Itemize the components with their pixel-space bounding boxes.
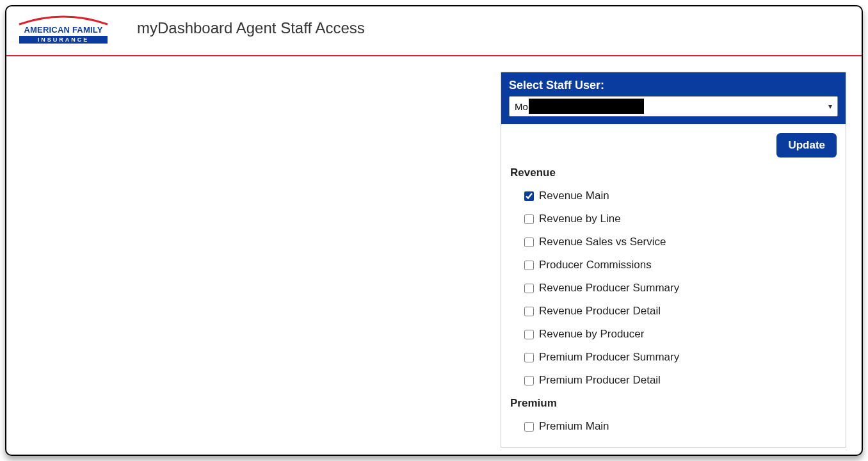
panel-body: Update RevenueRevenue MainRevenue by Lin…: [501, 124, 846, 447]
permission-label: Premium Main: [539, 420, 609, 433]
permission-item[interactable]: Revenue Producer Summary: [510, 277, 837, 300]
permission-checkbox[interactable]: [524, 330, 534, 339]
section-title: Premium: [510, 397, 837, 410]
page-title: myDashboard Agent Staff Access: [137, 19, 365, 37]
permission-checkbox[interactable]: [524, 284, 534, 293]
update-button[interactable]: Update: [776, 133, 837, 158]
permission-checkbox[interactable]: [524, 261, 534, 270]
staff-user-select[interactable]: Mo: [510, 97, 837, 116]
permission-item[interactable]: Revenue by Producer: [510, 323, 837, 346]
panel-header: Select Staff User: Mo ▾: [501, 72, 846, 124]
staff-access-panel: Select Staff User: Mo ▾ Update RevenueRe…: [501, 72, 846, 448]
permission-checkbox[interactable]: [524, 353, 534, 362]
logo-text-bottom: INSURANCE: [38, 36, 90, 43]
permission-checkbox[interactable]: [524, 214, 534, 224]
permission-label: Revenue by Producer: [539, 328, 644, 341]
permission-label: Premium Producer Detail: [539, 374, 661, 387]
logo-text-top: AMERICAN FAMILY: [24, 25, 102, 35]
permission-label: Revenue Main: [539, 190, 609, 202]
permission-item[interactable]: Revenue Producer Detail: [510, 300, 837, 323]
permission-item[interactable]: Premium Main: [510, 415, 837, 438]
permission-sections: RevenueRevenue MainRevenue by LineRevenu…: [510, 166, 837, 438]
permission-label: Revenue Producer Summary: [539, 282, 679, 295]
permission-label: Revenue Producer Detail: [539, 305, 661, 318]
permission-checkbox[interactable]: [524, 238, 534, 247]
permission-label: Producer Commissions: [539, 259, 652, 271]
button-row: Update: [510, 133, 837, 158]
permission-checkbox[interactable]: [524, 307, 534, 316]
permission-label: Premium Producer Summary: [539, 351, 679, 364]
permission-label: Revenue Sales vs Service: [539, 236, 666, 248]
permission-item[interactable]: Premium Producer Detail: [510, 369, 837, 392]
permission-item[interactable]: Revenue Main: [510, 184, 837, 207]
select-staff-label: Select Staff User:: [509, 79, 838, 92]
section-title: Revenue: [510, 166, 837, 179]
permission-item[interactable]: Producer Commissions: [510, 254, 837, 277]
content-area: Select Staff User: Mo ▾ Update RevenueRe…: [6, 56, 862, 448]
permission-item[interactable]: Revenue by Line: [510, 207, 837, 230]
permission-checkbox[interactable]: [524, 191, 534, 201]
staff-user-select-wrap: Mo ▾: [509, 96, 838, 117]
header: AMERICAN FAMILY INSURANCE myDashboard Ag…: [6, 6, 862, 56]
permission-label: Revenue by Line: [539, 213, 621, 225]
app-frame: AMERICAN FAMILY INSURANCE myDashboard Ag…: [5, 5, 863, 456]
amfam-logo: AMERICAN FAMILY INSURANCE: [15, 13, 111, 44]
permission-checkbox[interactable]: [524, 422, 534, 432]
permission-item[interactable]: Premium Producer Summary: [510, 346, 837, 369]
permission-item[interactable]: Revenue Sales vs Service: [510, 230, 837, 254]
permission-checkbox[interactable]: [524, 376, 534, 385]
